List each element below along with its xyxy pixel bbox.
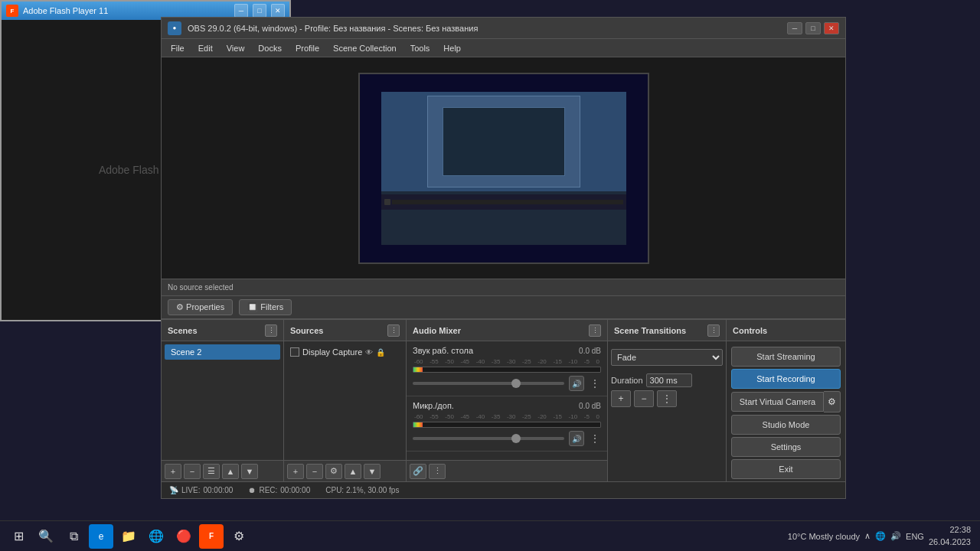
add-scene-button[interactable]: + (165, 464, 181, 479)
audio-controls-mic: 🔊 ⋮ (413, 431, 601, 446)
audio-panel-footer: 🔗 ⋮ (407, 460, 607, 481)
audio-slider-mic-thumb[interactable] (511, 434, 521, 443)
app-icon-1[interactable]: 🔴 (172, 524, 196, 549)
add-transition-button[interactable]: + (611, 390, 631, 407)
source-lock-icon[interactable]: 🔒 (376, 348, 385, 357)
obs-title: OBS 29.0.2 (64-bit, windows) - Profile: … (188, 24, 781, 33)
transitions-panel: Scene Transitions ⋮ Fade Cut Swipe Durat… (608, 320, 727, 481)
audio-slider-mic[interactable] (413, 437, 564, 440)
audio-meter-mic (413, 422, 601, 428)
source-item-display-capture[interactable]: Display Capture 👁 🔒 (287, 344, 403, 360)
lang-label: ENG (906, 532, 924, 541)
edge-icon[interactable]: e (89, 524, 113, 549)
studio-mode-button[interactable]: Studio Mode (731, 415, 841, 435)
transitions-panel-header: Scene Transitions ⋮ (608, 320, 726, 341)
menu-profile[interactable]: Profile (289, 42, 325, 54)
virtual-camera-settings-button[interactable]: ⚙ (824, 391, 841, 412)
transition-type-select[interactable]: Fade Cut Swipe (611, 349, 723, 366)
preview-inner (381, 92, 626, 245)
exit-button[interactable]: Exit (731, 459, 841, 479)
source-up-button[interactable]: ▲ (345, 464, 361, 479)
preview-mini-window (427, 96, 580, 187)
start-streaming-button[interactable]: Start Streaming (731, 347, 841, 367)
flash-minimize-button[interactable]: ─ (234, 4, 248, 18)
audio-slider-desk-thumb[interactable] (511, 379, 521, 388)
audio-track-desk-name: Звук раб. стола (413, 346, 473, 355)
sources-panel-header: Sources ⋮ (284, 320, 406, 341)
maximize-button[interactable]: □ (805, 22, 821, 34)
source-eye-icon[interactable]: 👁 (365, 348, 373, 357)
explorer-icon[interactable]: 📁 (116, 524, 141, 549)
transition-buttons: + − ⋮ (611, 390, 723, 407)
audio-more-desk-button[interactable]: ⋮ (589, 377, 601, 390)
scenes-panel-content: Scene 2 (162, 341, 283, 460)
audio-panel: Audio Mixer ⋮ Звук раб. стола 0.0 dB -60… (407, 320, 608, 481)
add-source-button[interactable]: + (287, 464, 304, 479)
menu-help[interactable]: Help (437, 42, 467, 54)
transitions-panel-content: Fade Cut Swipe Duration + − ⋮ (608, 341, 726, 481)
menu-view[interactable]: View (220, 42, 251, 54)
menu-file[interactable]: File (165, 42, 191, 54)
preview-canvas (358, 73, 649, 264)
remove-transition-button[interactable]: − (634, 390, 654, 407)
flash-maximize-button[interactable]: □ (253, 4, 266, 18)
controls-panel-content: Start Streaming Start Recording Start Vi… (727, 341, 845, 481)
audio-mute-desk-button[interactable]: 🔊 (569, 376, 584, 391)
audio-panel-title: Audio Mixer (413, 326, 461, 335)
audio-track-mic-db: 0.0 dB (579, 402, 601, 410)
tray-expand-button[interactable]: ∧ (864, 531, 871, 541)
app-icon-2[interactable]: F (199, 524, 224, 549)
menu-docks[interactable]: Docks (252, 42, 288, 54)
volume-icon[interactable]: 🔊 (890, 531, 901, 541)
menu-tools[interactable]: Tools (404, 42, 436, 54)
taskview-button[interactable]: ⧉ (61, 524, 86, 549)
source-checkbox[interactable] (290, 347, 299, 357)
transition-more-button[interactable]: ⋮ (657, 390, 677, 407)
audio-more-mic-button[interactable]: ⋮ (589, 432, 601, 445)
settings-button[interactable]: Settings (731, 437, 841, 457)
transitions-panel-menu[interactable]: ⋮ (707, 324, 720, 337)
scene-up-button[interactable]: ▲ (222, 464, 239, 479)
app-icon-3[interactable]: ⚙ (227, 524, 251, 549)
start-recording-button[interactable]: Start Recording (731, 369, 841, 389)
rec-status: ⏺ REC: 00:00:00 (248, 486, 310, 494)
remove-source-button[interactable]: − (306, 464, 323, 479)
chrome-icon[interactable]: 🌐 (144, 524, 168, 549)
scene-down-button[interactable]: ▼ (241, 464, 258, 479)
scenes-panel-menu[interactable]: ⋮ (265, 324, 277, 337)
minimize-button[interactable]: ─ (787, 22, 802, 34)
scene-item-scene2[interactable]: Scene 2 (165, 344, 280, 360)
audio-panel-header: Audio Mixer ⋮ (407, 320, 607, 341)
audio-track-desk-header: Звук раб. стола 0.0 dB (413, 346, 601, 355)
source-down-button[interactable]: ▼ (364, 464, 381, 479)
source-status-bar: No source selected (162, 279, 845, 296)
start-virtual-camera-button[interactable]: Start Virtual Camera (731, 392, 824, 412)
duration-input[interactable] (646, 373, 692, 387)
audio-menu-button[interactable]: ⋮ (429, 464, 446, 479)
scene-filter-button[interactable]: ☰ (203, 464, 220, 479)
flash-icon: F (6, 5, 18, 17)
taskbar-right: 10°C Mostly cloudy ∧ 🌐 🔊 ENG 22:38 26.04… (779, 524, 980, 548)
remove-scene-button[interactable]: − (184, 464, 201, 479)
search-button[interactable]: 🔍 (34, 524, 58, 549)
audio-meter-ticks-desk: -60-55-50-45-40-35-30-25-20-15-10-50 (413, 358, 601, 365)
audio-link-button[interactable]: 🔗 (410, 464, 426, 479)
audio-track-mic: Микр./доп. 0.0 dB -60-55-50-45-40-35-30-… (407, 396, 607, 452)
source-settings-button[interactable]: ⚙ (325, 464, 342, 479)
audio-track-desk-db: 0.0 dB (579, 347, 601, 355)
properties-bar: ⚙ Properties 🔲 Filters (162, 296, 845, 319)
no-source-label: No source selected (168, 283, 234, 292)
flash-close-button[interactable]: ✕ (271, 4, 285, 18)
mini-taskbar-content (392, 200, 623, 204)
start-button[interactable]: ⊞ (6, 524, 31, 549)
menu-scene-collection[interactable]: Scene Collection (327, 42, 403, 54)
audio-mute-mic-button[interactable]: 🔊 (569, 431, 584, 446)
menu-edit[interactable]: Edit (192, 42, 219, 54)
close-button[interactable]: ✕ (824, 22, 839, 34)
audio-slider-desk[interactable] (413, 382, 564, 385)
live-time: 00:00:00 (203, 486, 233, 494)
audio-panel-menu[interactable]: ⋮ (589, 324, 601, 337)
sources-panel-menu[interactable]: ⋮ (387, 324, 400, 337)
filters-button[interactable]: 🔲 Filters (239, 299, 292, 315)
properties-button[interactable]: ⚙ Properties (168, 299, 233, 315)
